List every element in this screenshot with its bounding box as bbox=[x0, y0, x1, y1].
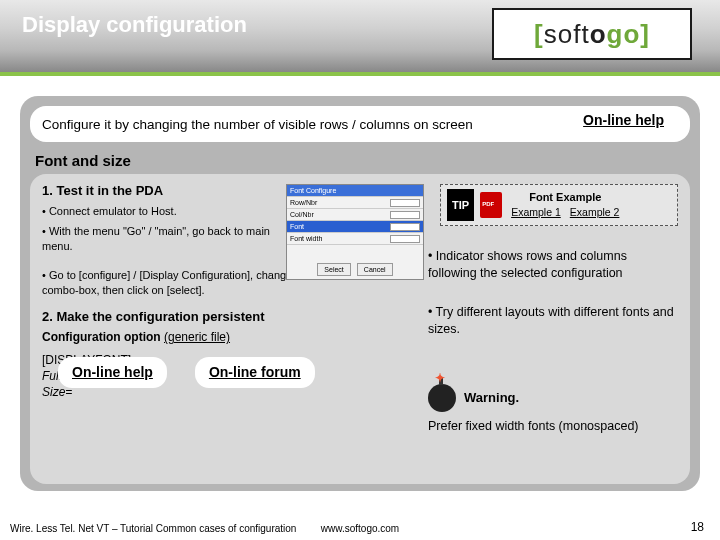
header: Display configuration [softogo] bbox=[0, 0, 720, 72]
banner-text: Configure it by changing the number of v… bbox=[42, 117, 473, 132]
dialog-mockup: Font Configure Row/Nbr Col/Nbr Font Font… bbox=[286, 184, 424, 280]
content-card: 1. Test it in the PDA • Connect emulator… bbox=[30, 174, 690, 484]
bottom-buttons: On-line help On-line forum bbox=[58, 357, 315, 388]
bomb-icon bbox=[428, 384, 456, 412]
bullet-menu: • With the menu "Go" / "main", go back t… bbox=[42, 224, 272, 254]
tip-label: TIP bbox=[447, 189, 474, 222]
section-label: Font and size bbox=[35, 152, 131, 169]
online-help-top[interactable]: On-line help bbox=[569, 106, 678, 134]
logo-bracket-r: ] bbox=[640, 19, 650, 49]
logo-soft: soft bbox=[544, 19, 590, 49]
logo-bracket-l: [ bbox=[534, 19, 544, 49]
bullet-connect: • Connect emulator to Host. bbox=[42, 204, 272, 219]
online-help-button[interactable]: On-line help bbox=[58, 357, 167, 388]
warning-body: Prefer fixed width fonts (monospaced) bbox=[428, 418, 678, 435]
font-example: Font Example Example 1 Example 2 bbox=[508, 190, 622, 220]
example2-link[interactable]: Example 2 bbox=[570, 206, 620, 218]
tip-box: TIP Font Example Example 1 Example 2 bbox=[440, 184, 678, 226]
main-panel: Configure it by changing the number of v… bbox=[20, 96, 700, 491]
step2-title: 2. Make the configuration persistent bbox=[42, 308, 452, 326]
example1-link[interactable]: Example 1 bbox=[511, 206, 561, 218]
pdf-icon bbox=[480, 192, 502, 218]
page-number: 18 bbox=[691, 520, 704, 534]
page-title: Display configuration bbox=[22, 12, 247, 38]
config-option: Configuration option (generic file) bbox=[42, 329, 452, 345]
accent-bar bbox=[0, 72, 720, 76]
font-example-title: Font Example bbox=[508, 190, 622, 205]
online-forum-button[interactable]: On-line forum bbox=[195, 357, 315, 388]
try-layouts-text: • Try different layouts with different f… bbox=[428, 304, 678, 338]
warning-heading: Warning. bbox=[464, 389, 519, 407]
logo: [softogo] bbox=[492, 8, 692, 60]
footer-center: www.softogo.com bbox=[0, 523, 720, 534]
warning-row: Warning. bbox=[428, 384, 678, 412]
indicator-text: • Indicator shows rows and columns follo… bbox=[428, 248, 678, 282]
